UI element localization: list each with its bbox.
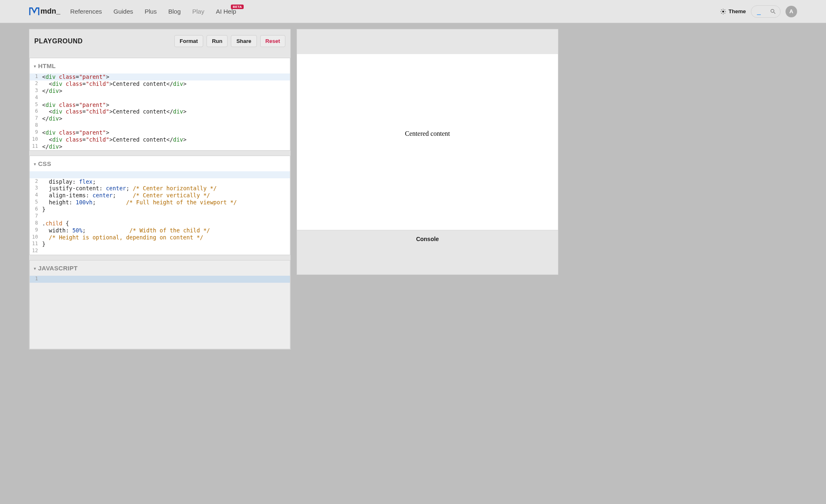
topbar-right: Theme _ A: [720, 5, 797, 18]
nav-references[interactable]: References: [70, 8, 102, 15]
beta-badge: BETA: [231, 5, 243, 9]
svg-point-0: [722, 10, 724, 12]
top-nav: mdn_ References Guides Plus Blog Play AI…: [0, 0, 826, 23]
theme-toggle[interactable]: Theme: [720, 8, 746, 14]
search-cursor: _: [757, 8, 761, 15]
svg-line-8: [725, 9, 725, 10]
playground-panel: PLAYGROUND Format Run Share Reset ▼HTML …: [29, 29, 291, 350]
html-editor[interactable]: ▼HTML 1<div class="parent"> 2 <div class…: [29, 58, 290, 151]
search-input[interactable]: _: [751, 5, 781, 18]
console-output: [297, 247, 558, 274]
nav-plus[interactable]: Plus: [145, 8, 157, 15]
primary-nav: References Guides Plus Blog Play AI Help…: [70, 8, 236, 15]
css-editor[interactable]: ▼CSS 2 display: flex; 3 justify-content:…: [29, 156, 290, 256]
search-icon: [770, 8, 776, 14]
nav-guides[interactable]: Guides: [114, 8, 133, 15]
javascript-editor[interactable]: ▼JAVASCRIPT 1: [29, 260, 290, 349]
share-button[interactable]: Share: [231, 35, 256, 47]
preview-text: Centered content: [405, 130, 450, 137]
format-button[interactable]: Format: [174, 35, 203, 47]
avatar[interactable]: A: [786, 6, 797, 17]
collapse-icon: ▼: [33, 162, 37, 166]
theme-label: Theme: [729, 8, 746, 14]
mdn-logo-icon: [29, 6, 40, 17]
reset-button[interactable]: Reset: [260, 35, 285, 47]
svg-line-5: [721, 9, 722, 10]
nav-blog[interactable]: Blog: [168, 8, 180, 15]
logo-text: mdn_: [40, 7, 60, 16]
css-editor-header[interactable]: ▼CSS: [30, 156, 290, 171]
console-toggle[interactable]: Console: [297, 230, 558, 247]
sun-icon: [720, 9, 726, 14]
js-editor-header[interactable]: ▼JAVASCRIPT: [30, 260, 290, 276]
svg-line-10: [774, 12, 775, 14]
preview-output: Centered content: [297, 54, 558, 230]
svg-line-7: [721, 13, 722, 13]
svg-line-6: [725, 13, 725, 13]
run-button[interactable]: Run: [206, 35, 228, 47]
svg-point-9: [771, 9, 774, 13]
collapse-icon: ▼: [33, 267, 37, 271]
mdn-logo[interactable]: mdn_: [29, 6, 60, 17]
nav-ai-help[interactable]: AI HelpBETA: [216, 8, 236, 15]
playground-title: PLAYGROUND: [34, 38, 83, 45]
preview-panel: Centered content Console: [297, 29, 558, 275]
collapse-icon: ▼: [33, 64, 37, 69]
nav-play[interactable]: Play: [192, 8, 204, 15]
preview-header: [297, 29, 558, 54]
html-editor-header[interactable]: ▼HTML: [30, 58, 290, 73]
